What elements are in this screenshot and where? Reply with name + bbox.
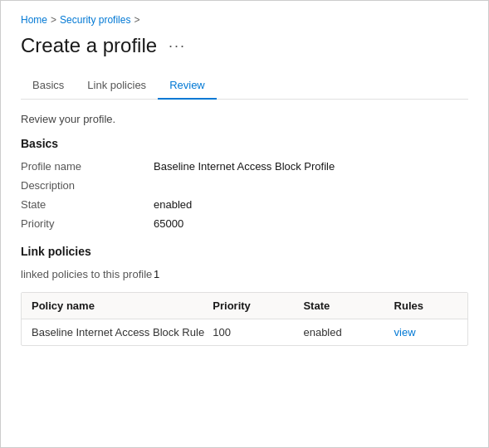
breadcrumb-sep2: > <box>134 14 139 26</box>
policies-table: Policy name Priority State Rules Baselin… <box>21 292 468 346</box>
more-options-button[interactable]: ··· <box>165 37 189 55</box>
col-header-policy-name: Policy name <box>32 299 213 312</box>
cell-policy-name: Baseline Internet Access Block Rule <box>32 326 213 338</box>
tabs-container: Basics Link policies Review <box>21 72 468 100</box>
linked-policies-label: linked policies to this profile <box>21 268 154 280</box>
basics-section-title: Basics <box>21 137 468 150</box>
table-row: Baseline Internet Access Block Rule 100 … <box>22 319 467 345</box>
col-header-rules: Rules <box>394 299 457 312</box>
field-profile-name: Profile name Baseline Internet Access Bl… <box>21 157 468 176</box>
cell-rules-view-link[interactable]: view <box>394 326 457 338</box>
field-priority: Priority 65000 <box>21 214 468 233</box>
breadcrumb-home[interactable]: Home <box>21 14 47 26</box>
field-label-description: Description <box>21 179 154 192</box>
tab-review[interactable]: Review <box>158 72 217 100</box>
breadcrumb: Home > Security profiles > <box>21 14 468 26</box>
breadcrumb-sep1: > <box>51 14 56 26</box>
cell-state: enabled <box>303 326 394 338</box>
field-value-state: enabled <box>154 198 192 211</box>
col-header-priority: Priority <box>213 299 303 312</box>
field-state: State enabled <box>21 195 468 214</box>
basics-section: Basics Profile name Baseline Internet Ac… <box>21 137 468 233</box>
field-value-priority: 65000 <box>154 217 183 230</box>
field-label-priority: Priority <box>21 217 154 230</box>
link-policies-section: Link policies linked policies to this pr… <box>21 245 468 346</box>
page-title: Create a profile <box>21 34 157 57</box>
tab-link-policies[interactable]: Link policies <box>76 72 158 100</box>
field-description: Description <box>21 176 468 195</box>
field-label-profile-name: Profile name <box>21 160 154 173</box>
page-title-row: Create a profile ··· <box>21 34 468 57</box>
table-header: Policy name Priority State Rules <box>22 293 467 319</box>
review-intro-text: Review your profile. <box>21 113 468 125</box>
cell-priority: 100 <box>213 326 303 338</box>
link-policies-section-title: Link policies <box>21 245 468 258</box>
tab-basics[interactable]: Basics <box>21 72 76 100</box>
linked-policies-count-row: linked policies to this profile 1 <box>21 265 468 284</box>
field-label-state: State <box>21 198 154 211</box>
breadcrumb-security-profiles[interactable]: Security profiles <box>60 14 130 26</box>
linked-policies-count: 1 <box>154 268 159 280</box>
col-header-state: State <box>303 299 394 312</box>
field-value-profile-name: Baseline Internet Access Block Profile <box>154 160 335 173</box>
